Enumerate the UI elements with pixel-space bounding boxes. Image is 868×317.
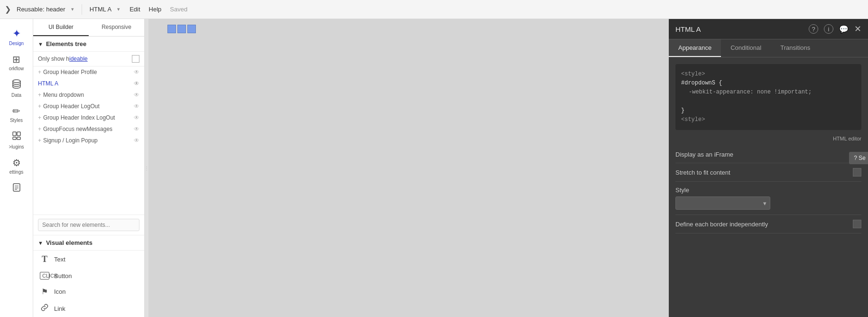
search-elements-input[interactable] [38, 219, 139, 231]
ve-item-icon[interactable]: ⚑ Icon [33, 283, 144, 300]
resize-handle[interactable]: ⋮ [145, 19, 148, 317]
se-tooltip: ? Se [849, 152, 868, 164]
html-a-label: HTML A [90, 6, 111, 13]
right-panel-tabs: Appearance Conditional Transitions [669, 39, 868, 57]
ve-item-button[interactable]: CLICK Button [33, 268, 144, 283]
ve-item-icon-label: Icon [54, 288, 66, 295]
plus-icon: + [38, 69, 41, 75]
question-icon[interactable]: ? [809, 24, 818, 34]
ve-items: T Text CLICK Button ⚑ Icon Link [33, 251, 144, 317]
tree-collapse-icon[interactable]: ▼ [38, 41, 43, 47]
visual-elements-label: Visual elements [46, 239, 92, 246]
sidebar-item-settings[interactable]: ⚙ ettings [0, 152, 33, 177]
button-icon: CLICK [40, 272, 49, 280]
stretch-toggle[interactable] [853, 168, 861, 177]
edit-button[interactable]: Edit [129, 6, 140, 13]
sidebar-item-data[interactable]: Data [0, 74, 33, 101]
hideable-checkbox[interactable] [132, 55, 139, 63]
code-editor[interactable]: <style> #dropdownS { -webkit-appearance:… [675, 64, 861, 130]
reusable-dropdown-icon[interactable]: ▾ [71, 6, 74, 12]
svg-rect-3 [13, 132, 16, 136]
workflow-icon: ⊞ [12, 54, 20, 65]
right-panel-body: <style> #dropdownS { -webkit-appearance:… [669, 57, 868, 317]
tab-transitions[interactable]: Transitions [771, 39, 820, 57]
comment-icon[interactable]: 💬 [839, 25, 849, 34]
tree-item-signup-login-popup[interactable]: + Signup / Login Popup 👁 [33, 135, 144, 146]
style-row: Style Default [675, 182, 861, 215]
main-layout: ✦ Design ⊞ orkflow Data ✏ Styles [0, 19, 868, 317]
tree-item-label: Signup / Login Popup [43, 137, 98, 144]
plus-icon: + [38, 137, 41, 144]
tree-item-label: Group Header Profile [43, 69, 97, 75]
right-panel: HTML A ? i 💬 ✕ Appearance Conditional Tr… [669, 19, 868, 317]
tree-item-group-header-logout[interactable]: + Group Header LogOut 👁 [33, 101, 144, 112]
visual-elements-header: ▼ Visual elements [33, 235, 144, 251]
eye-icon[interactable]: 👁 [134, 137, 139, 144]
only-show-text: Only show hideable [38, 56, 88, 62]
eye-icon[interactable]: 👁 [134, 80, 139, 87]
tab-responsive[interactable]: Responsive [89, 19, 144, 36]
elements-tree-label: Elements tree [46, 40, 86, 47]
svg-rect-2 [17, 137, 20, 140]
svg-point-0 [13, 80, 20, 83]
ve-item-text[interactable]: T Text [33, 251, 144, 268]
only-show-row: Only show hideable [33, 52, 144, 66]
link-icon [40, 304, 49, 313]
eye-icon[interactable]: 👁 [134, 69, 139, 75]
close-icon[interactable]: ✕ [854, 24, 861, 34]
tree-item-group-header-profile[interactable]: + Group Header Profile 👁 [33, 66, 144, 78]
tab-appearance[interactable]: Appearance [669, 39, 721, 57]
sidebar-item-design[interactable]: ✦ Design [0, 23, 33, 49]
tree-item-label: Menu dropdown [43, 92, 84, 98]
canvas-toolbar-btn-1[interactable] [167, 25, 176, 33]
info-icon[interactable]: i [824, 24, 833, 34]
chevron-icon: ❯ [5, 5, 11, 14]
style-select[interactable]: Default [675, 196, 770, 210]
canvas-toolbar-btn-3[interactable] [187, 25, 196, 33]
tree-item-label: GroupFocus newMessages [43, 126, 112, 132]
sidebar-item-plugins[interactable]: >lugins [0, 126, 33, 152]
border-row: Define each border independently [675, 215, 861, 233]
border-toggle[interactable] [853, 220, 861, 228]
canvas-toolbar-btn-2[interactable] [177, 25, 186, 33]
tree-item-label: HTML A [38, 80, 58, 87]
help-button[interactable]: Help [149, 6, 162, 13]
ve-collapse-icon[interactable]: ▼ [38, 240, 43, 246]
ve-item-link[interactable]: Link [33, 300, 144, 317]
canvas-toolbar [167, 25, 196, 33]
right-panel-icons: ? i 💬 ✕ [809, 24, 861, 34]
logs-icon [11, 182, 22, 195]
styles-icon: ✏ [12, 105, 20, 117]
plus-icon: + [38, 114, 41, 121]
sidebar-item-workflow[interactable]: ⊞ orkflow [0, 49, 33, 74]
top-bar-actions: Edit Help Saved [129, 6, 187, 13]
tab-ui-builder[interactable]: UI Builder [33, 19, 89, 36]
tree-item-label: Group Header LogOut [43, 103, 100, 110]
stretch-label: Stretch to fit content [675, 169, 730, 176]
tree-item-menu-dropdown[interactable]: + Menu dropdown 👁 [33, 89, 144, 101]
border-label: Define each border independently [675, 221, 768, 228]
tree-item-groupfocus-newmessages[interactable]: + GroupFocus newMessages 👁 [33, 123, 144, 135]
tree-item-group-header-index-logout[interactable]: + Group Header Index LogOut 👁 [33, 112, 144, 123]
sidebar-item-styles[interactable]: ✏ Styles [0, 101, 33, 126]
eye-icon[interactable]: 👁 [134, 114, 139, 121]
right-panel-header: HTML A ? i 💬 ✕ [669, 19, 868, 39]
style-select-wrapper: Default [675, 196, 770, 210]
top-bar-separator [82, 4, 82, 15]
eye-icon[interactable]: 👁 [134, 103, 139, 110]
eye-icon[interactable]: 👁 [134, 126, 139, 132]
canvas-area[interactable] [148, 19, 669, 317]
reusable-title: Reusable: header [17, 6, 65, 13]
eye-icon[interactable]: 👁 [134, 92, 139, 98]
ve-item-button-label: Button [54, 272, 72, 280]
html-editor-link[interactable]: HTML editor [675, 135, 861, 146]
sidebar-item-logs[interactable] [0, 177, 33, 199]
svg-rect-1 [13, 137, 16, 140]
tab-conditional[interactable]: Conditional [721, 39, 771, 57]
plugins-icon [11, 131, 22, 143]
html-dropdown-icon[interactable]: ▾ [117, 6, 120, 12]
settings-icon: ⚙ [12, 157, 21, 168]
tree-item-html-a[interactable]: HTML A 👁 [33, 78, 144, 89]
saved-status: Saved [170, 6, 187, 13]
design-label: Design [9, 41, 24, 46]
